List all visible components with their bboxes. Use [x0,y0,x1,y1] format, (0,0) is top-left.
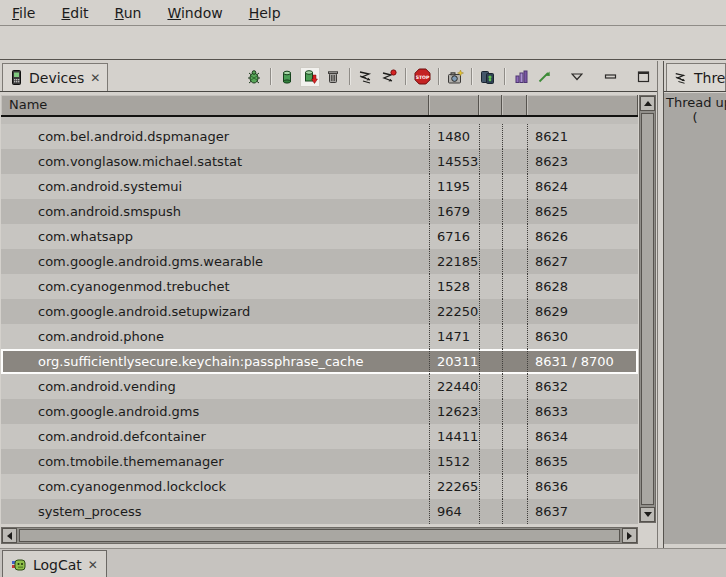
maximize-icon[interactable] [633,67,653,87]
column-header-empty[interactable] [527,95,638,115]
process-pid: 1512 [429,449,479,474]
toolbar-separator [270,68,271,85]
threads-message-line1: Thread up [664,93,726,110]
process-heap-flag [479,499,502,524]
dump-hprof-icon[interactable] [300,67,320,87]
column-header-name[interactable]: Name [1,95,429,115]
screen-capture-icon[interactable] [445,67,465,87]
process-thread-flag [502,174,527,199]
process-port: 8625 [527,199,638,224]
menu-help[interactable]: Help [249,5,281,21]
table-row[interactable]: com.android.vending224408632 [1,374,638,399]
update-threads-icon[interactable] [356,67,376,87]
scroll-down-button[interactable] [640,507,655,522]
process-name: com.vonglasow.michael.satstat [1,149,429,174]
view-menu-icon[interactable] [567,67,587,87]
scroll-right-button[interactable] [622,528,637,543]
tab-threads-label: Threads [694,70,726,86]
process-thread-flag [502,149,527,174]
column-header-empty[interactable] [502,95,527,115]
table-row[interactable]: com.android.smspush16798625 [1,199,638,224]
process-name: com.google.android.setupwizard [1,299,429,324]
tab-devices-label: Devices [29,70,84,86]
process-thread-flag [502,374,527,399]
process-pid: 22185 [429,249,479,274]
process-name: com.android.systemui [1,174,429,199]
process-pid: 14411 [429,424,479,449]
table-row[interactable]: com.google.android.setupwizard222508629 [1,299,638,324]
horizontal-scroll-thumb[interactable] [19,529,620,542]
table-row[interactable]: com.vonglasow.michael.satstat145538623 [1,149,638,174]
table-row[interactable]: com.bel.android.dspmanager14808621 [1,124,638,149]
view-hierarchy-icon[interactable] [478,67,498,87]
process-thread-flag [502,299,527,324]
ddms-window: FileEditRunWindowHelp Devices ✕ [0,0,726,577]
refresh-threads-icon[interactable] [379,67,399,87]
process-heap-flag [479,249,502,274]
column-header-empty[interactable] [429,95,479,115]
menu-file[interactable]: File [12,5,35,21]
process-name: com.whatsapp [1,224,429,249]
process-port: 8635 [527,449,638,474]
table-row[interactable]: com.google.android.gms.wearable221858627 [1,249,638,274]
cause-gc-icon[interactable] [323,67,343,87]
process-port: 8631 / 8700 [527,349,638,374]
process-thread-flag [502,449,527,474]
table-row[interactable]: system_process9648637 [1,499,638,524]
method-profiling-icon[interactable] [511,67,531,87]
table-row[interactable]: com.android.phone14718630 [1,324,638,349]
column-header-empty[interactable] [479,95,502,115]
process-thread-flag [502,124,527,149]
table-row-selected[interactable]: org.sufficientlysecure.keychain:passphra… [1,349,638,374]
devices-panel: Devices ✕ [0,61,658,548]
table-row[interactable]: com.cyanogenmod.lockclock222658636 [1,474,638,499]
menu-edit[interactable]: Edit [61,5,88,21]
table-body: com.bel.android.dspmanager14808621com.vo… [1,117,638,524]
devices-tab-row: Devices ✕ [0,61,657,92]
process-port: 8637 [527,499,638,524]
tracing-icon[interactable] [534,67,554,87]
scroll-left-button[interactable] [2,528,17,543]
vertical-scrollbar[interactable] [639,95,656,523]
menu-run[interactable]: Run [115,5,142,21]
horizontal-scrollbar[interactable] [1,527,638,544]
close-icon[interactable]: ✕ [90,72,100,84]
scroll-up-button[interactable] [640,96,655,111]
process-port: 8633 [527,399,638,424]
process-name: com.cyanogenmod.lockclock [1,474,429,499]
tab-logcat[interactable]: LogCat ✕ [2,550,107,577]
table-row[interactable]: com.google.android.gms126238633 [1,399,638,424]
menu-window[interactable]: Window [167,5,222,21]
process-name: com.android.vending [1,374,429,399]
tab-devices[interactable]: Devices ✕ [2,63,108,91]
stop-process-icon[interactable]: STOP [412,67,432,87]
process-name: system_process [1,499,429,524]
main-area: Devices ✕ [0,61,726,548]
table-row[interactable]: com.whatsapp67168626 [1,224,638,249]
threads-tab-row: Threads [664,61,726,92]
table-row[interactable]: com.android.systemui11958624 [1,174,638,199]
process-port: 8623 [527,149,638,174]
tab-threads[interactable]: Threads [666,63,726,91]
process-port: 8634 [527,424,638,449]
minimize-icon[interactable] [600,67,620,87]
process-port: 8626 [527,224,638,249]
update-heap-icon[interactable] [277,67,297,87]
process-port: 8629 [527,299,638,324]
process-port: 8627 [527,249,638,274]
debug-attach-icon[interactable] [244,67,264,87]
process-thread-flag [502,499,527,524]
process-heap-flag [479,149,502,174]
table-row[interactable]: com.android.defcontainer144118634 [1,424,638,449]
vertical-scroll-thumb[interactable] [641,113,654,505]
table-row[interactable]: com.cyanogenmod.trebuchet15288628 [1,274,638,299]
process-name: com.android.phone [1,324,429,349]
close-icon[interactable]: ✕ [88,559,98,571]
table-row[interactable]: com.tmobile.thememanager15128635 [1,449,638,474]
process-port: 8628 [527,274,638,299]
process-pid: 1195 [429,174,479,199]
tab-logcat-label: LogCat [33,557,82,573]
process-thread-flag [502,349,527,374]
process-thread-flag [502,224,527,249]
process-pid: 20311 [429,349,479,374]
